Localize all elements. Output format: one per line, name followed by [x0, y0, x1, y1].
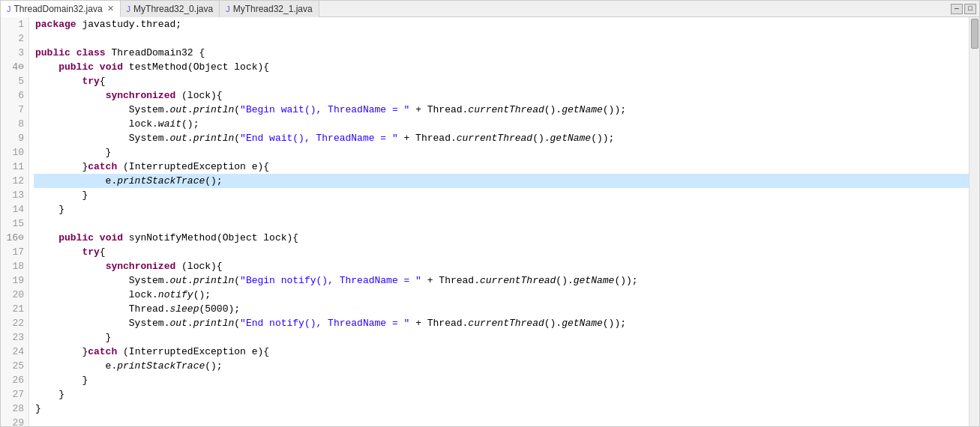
- ln-20: 20: [5, 288, 24, 302]
- code-line-13: }: [34, 188, 969, 202]
- ln-29: 29: [5, 416, 24, 426]
- ln-16: 16⊖: [5, 231, 24, 245]
- ln-8: 8: [5, 117, 24, 131]
- code-line-8: lock.wait();: [34, 117, 969, 131]
- editor-window: J ThreadDomain32.java ✕ J MyThread32_0.j…: [0, 0, 980, 427]
- code-line-22: System.out.println("End notify(), Thread…: [34, 316, 969, 330]
- ln-27: 27: [5, 387, 24, 402]
- scrollbar-thumb[interactable]: [971, 19, 979, 49]
- code-lines: package javastudy.thread; public class T…: [34, 17, 969, 426]
- tab-label: ThreadDomain32.java: [14, 4, 103, 14]
- code-line-28: }: [34, 402, 969, 416]
- ln-2: 2: [5, 31, 24, 46]
- code-area: 1 2 3 4⊖ 5 6 7 8 9 10 11 12 13 14 15 16⊖…: [1, 17, 979, 426]
- ln-5: 5: [5, 74, 24, 88]
- code-line-9: System.out.println("End wait(), ThreadNa…: [34, 131, 969, 145]
- code-line-18: synchronized (lock){: [34, 259, 969, 273]
- tab-MyThread32_0[interactable]: J MyThread32_0.java: [121, 1, 220, 17]
- minimize-button[interactable]: —: [951, 4, 963, 14]
- ln-1: 1: [5, 17, 24, 31]
- ln-25: 25: [5, 359, 24, 373]
- code-line-17: try{: [34, 245, 969, 259]
- code-line-4: public void testMethod(Object lock){: [34, 60, 969, 74]
- code-line-16: public void synNotifyMethod(Object lock)…: [34, 231, 969, 245]
- ln-26: 26: [5, 373, 24, 387]
- vertical-scrollbar[interactable]: [969, 17, 979, 426]
- ln-3: 3: [5, 46, 24, 60]
- ln-18: 18: [5, 259, 24, 273]
- ln-4: 4⊖: [5, 60, 24, 74]
- ln-14: 14: [5, 202, 24, 216]
- line-numbers: 1 2 3 4⊖ 5 6 7 8 9 10 11 12 13 14 15 16⊖…: [1, 17, 29, 426]
- ln-13: 13: [5, 188, 24, 202]
- ln-19: 19: [5, 273, 24, 288]
- code-line-1: package javastudy.thread;: [34, 17, 969, 31]
- code-line-10: }: [34, 145, 969, 160]
- code-line-14: }: [34, 202, 969, 216]
- ln-6: 6: [5, 88, 24, 103]
- code-line-19: System.out.println("Begin notify(), Thre…: [34, 273, 969, 288]
- java-file-icon: J: [7, 4, 11, 13]
- ln-24: 24: [5, 345, 24, 359]
- code-line-2: [34, 31, 969, 46]
- code-line-25: e.printStackTrace();: [34, 359, 969, 373]
- code-line-24: }catch (InterruptedException e){: [34, 345, 969, 359]
- ln-21: 21: [5, 302, 24, 316]
- ln-10: 10: [5, 145, 24, 160]
- code-line-26: }: [34, 373, 969, 387]
- ln-12: 12: [5, 174, 24, 188]
- tab-bar: J ThreadDomain32.java ✕ J MyThread32_0.j…: [1, 1, 979, 17]
- code-line-5: try{: [34, 74, 969, 88]
- ln-11: 11: [5, 160, 24, 174]
- tab-label-2: MyThread32_0.java: [133, 4, 213, 14]
- ln-23: 23: [5, 330, 24, 345]
- ln-7: 7: [5, 103, 24, 117]
- code-line-23: }: [34, 330, 969, 345]
- code-line-20: lock.notify();: [34, 288, 969, 302]
- code-line-21: Thread.sleep(5000);: [34, 302, 969, 316]
- tab-ThreadDomain32[interactable]: J ThreadDomain32.java ✕: [1, 1, 121, 17]
- code-line-7: System.out.println("Begin wait(), Thread…: [34, 103, 969, 117]
- tab-label-3: MyThread32_1.java: [233, 4, 313, 14]
- java-file-icon-2: J: [127, 4, 131, 13]
- maximize-button[interactable]: □: [964, 4, 976, 14]
- ln-22: 22: [5, 316, 24, 330]
- code-line-27: }: [34, 387, 969, 402]
- code-line-29: [34, 416, 969, 426]
- window-controls: — □: [949, 4, 979, 14]
- ln-28: 28: [5, 402, 24, 416]
- code-line-11: }catch (InterruptedException e){: [34, 160, 969, 174]
- ln-15: 15: [5, 216, 24, 231]
- ln-17: 17: [5, 245, 24, 259]
- tab-close-icon[interactable]: ✕: [107, 4, 114, 13]
- ln-9: 9: [5, 131, 24, 145]
- code-line-3: public class ThreadDomain32 {: [34, 46, 969, 60]
- code-content[interactable]: package javastudy.thread; public class T…: [29, 17, 969, 426]
- java-file-icon-3: J: [226, 4, 230, 13]
- code-line-12: e.printStackTrace();: [34, 174, 969, 188]
- code-line-6: synchronized (lock){: [34, 88, 969, 103]
- tab-MyThread32_1[interactable]: J MyThread32_1.java: [220, 1, 319, 17]
- code-line-15: [34, 216, 969, 231]
